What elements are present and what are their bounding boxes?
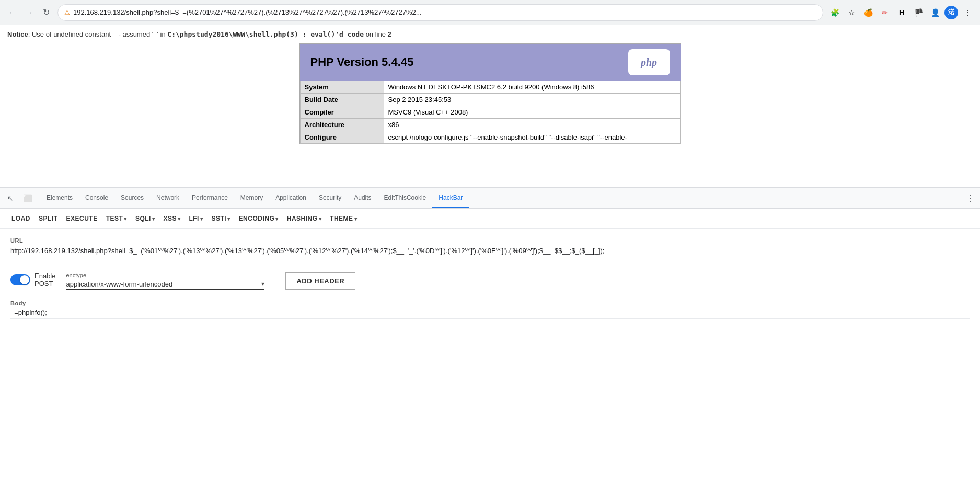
table-cell-label: Architecture (300, 119, 384, 131)
devtools-tab-security[interactable]: Security (313, 188, 348, 208)
phpinfo-box: PHP Version 5.4.45 php SystemWindows NT … (299, 43, 681, 144)
enctype-label: enctype (66, 272, 264, 278)
table-row: Configurecscript /nologo configure.js "-… (300, 131, 680, 144)
php-version: PHP Version 5.4.45 (310, 55, 414, 69)
reload-button[interactable]: ↻ (39, 5, 53, 20)
hackbar-test-button[interactable]: TEST▾ (103, 213, 130, 224)
hackbar-sqli-button[interactable]: SQLI▾ (132, 213, 158, 224)
devtools-tab-console[interactable]: Console (79, 188, 114, 208)
inspect-element-button[interactable]: ↖ (2, 188, 19, 208)
table-row: CompilerMSVC9 (Visual C++ 2008) (300, 106, 680, 119)
chevron-down-icon: ▾ (152, 216, 155, 222)
hackbar-theme-button[interactable]: THEME▾ (327, 213, 360, 224)
phpinfo-table: SystemWindows NT DESKTOP-PKTSMC2 6.2 bui… (300, 81, 681, 144)
hackbar-xss-button[interactable]: XSS▾ (160, 213, 183, 224)
notice-end: on line (366, 30, 386, 38)
hackbar-ssti-button[interactable]: SSTI▾ (208, 213, 233, 224)
edit-icon: ✏ (878, 5, 892, 20)
enctype-select[interactable]: application/x-www-form-urlencodedmultipa… (66, 280, 261, 288)
php-logo: php (628, 49, 670, 75)
devtools-tab-hackbar[interactable]: HackBar (432, 188, 469, 208)
toolbar-separator (38, 191, 38, 205)
devtools-tab-editthiscookie[interactable]: EditThisCookie (378, 188, 433, 208)
browser-chrome: ← → ↻ ⚠ 192.168.219.132/shell.php?shell=… (0, 0, 980, 25)
table-row: SystemWindows NT DESKTOP-PKTSMC2 6.2 bui… (300, 81, 680, 94)
security-icon: ⚠ (64, 9, 70, 16)
hackbar-content: LOADSPLITEXECUTETEST▾SQLI▾XSS▾LFI▾SSTI▾E… (0, 209, 980, 502)
table-cell-label: Build Date (300, 94, 384, 106)
address-bar[interactable]: ⚠ 192.168.219.132/shell.php?shell=$_=(%2… (57, 4, 823, 21)
table-cell-label: Compiler (300, 106, 384, 119)
table-row: Architecturex86 (300, 119, 680, 131)
toggle-group: Enable POST (10, 272, 55, 288)
chevron-down-icon: ▾ (200, 216, 203, 222)
url-label: URL (10, 237, 970, 244)
enctype-group: enctype application/x-www-form-urlencode… (66, 272, 264, 290)
devtools-tab-network[interactable]: Network (150, 188, 186, 208)
notice-path: C:\phpstudy2016\WWW\shell.php(3) : eval(… (167, 30, 364, 38)
chevron-down-icon: ▾ (354, 216, 358, 222)
enable-post-toggle[interactable] (10, 274, 30, 285)
devtools-tab-sources[interactable]: Sources (114, 188, 150, 208)
devtools-panel: ↖ ⬜ ElementsConsoleSourcesNetworkPerform… (0, 187, 980, 502)
enctype-chevron-icon: ▾ (261, 280, 264, 288)
post-section: Enable POST enctype application/x-www-fo… (10, 272, 970, 290)
devtools-more-button[interactable]: ⋮ (963, 188, 978, 208)
back-button[interactable]: ← (5, 5, 20, 20)
chevron-down-icon: ▾ (227, 216, 230, 222)
emoji-icon: 🍊 (861, 5, 875, 20)
chevron-down-icon: ▾ (124, 216, 127, 222)
hackbar-execute-button[interactable]: EXECUTE (63, 213, 101, 224)
hackbar-body: URL http://192.168.219.132/shell.php?she… (0, 229, 980, 327)
devtools-tab-elements[interactable]: Elements (40, 188, 79, 208)
notice-text: : Use of undefined constant _ - assumed … (28, 30, 166, 38)
devtools-tab-performance[interactable]: Performance (186, 188, 234, 208)
devtools-tabs: ElementsConsoleSourcesNetworkPerformance… (40, 188, 469, 208)
enctype-select-wrapper: application/x-www-form-urlencodedmultipa… (66, 280, 264, 290)
forward-button[interactable]: → (22, 5, 37, 20)
hackbar-hashing-button[interactable]: HASHING▾ (284, 213, 325, 224)
notice-bar: Notice: Use of undefined constant _ - as… (7, 30, 973, 38)
bookmark-button[interactable]: ☆ (844, 5, 859, 20)
url-value: http://192.168.219.132/shell.php?shell=$… (10, 246, 970, 256)
chevron-down-icon: ▾ (275, 216, 279, 222)
devtools-tab-application[interactable]: Application (269, 188, 313, 208)
devtools-tab-audits[interactable]: Audits (348, 188, 377, 208)
chevron-down-icon: ▾ (178, 216, 181, 222)
table-cell-value: Sep 2 2015 23:45:53 (384, 94, 680, 106)
ghost-icon: 👤 (928, 5, 942, 20)
table-cell-value: Windows NT DESKTOP-PKTSMC2 6.2 build 920… (384, 81, 680, 94)
toolbar-icons: 🧩 ☆ 🍊 ✏ H 🏴 👤 渃 ⋮ (827, 5, 975, 20)
table-row: Build DateSep 2 2015 23:45:53 (300, 94, 680, 106)
table-cell-value: MSVC9 (Visual C++ 2008) (384, 106, 680, 119)
table-cell-label: Configure (300, 131, 384, 144)
extensions-button[interactable]: 🧩 (827, 5, 842, 20)
hackbar-load-button[interactable]: LOAD (8, 213, 33, 224)
table-cell-value: x86 (384, 119, 680, 131)
notice-line: 2 (388, 30, 391, 38)
devtools-tab-memory[interactable]: Memory (234, 188, 269, 208)
hackbar-lfi-button[interactable]: LFI▾ (186, 213, 206, 224)
devtools-toolbar: ↖ ⬜ ElementsConsoleSourcesNetworkPerform… (0, 188, 980, 209)
flag-icon: 🏴 (911, 5, 926, 20)
hackbar-split-button[interactable]: SPLIT (36, 213, 61, 224)
body-section: Body _=phpinfo(); (10, 300, 970, 319)
table-cell-value: cscript /nologo configure.js "--enable-s… (384, 131, 680, 144)
more-options-button[interactable]: ⋮ (960, 5, 975, 20)
h-icon: H (894, 5, 909, 20)
add-header-button[interactable]: ADD HEADER (285, 272, 355, 290)
device-toggle-button[interactable]: ⬜ (19, 188, 36, 208)
phpinfo-header: PHP Version 5.4.45 php (300, 44, 681, 81)
table-cell-label: System (300, 81, 384, 94)
toggle-label: Enable POST (34, 272, 55, 288)
chevron-down-icon: ▾ (319, 216, 322, 222)
notice-label: Notice (7, 30, 28, 38)
hackbar-toolbar: LOADSPLITEXECUTETEST▾SQLI▾XSS▾LFI▾SSTI▾E… (0, 209, 980, 229)
body-label: Body (10, 300, 970, 306)
hackbar-encoding-button[interactable]: ENCODING▾ (236, 213, 282, 224)
nav-buttons: ← → ↻ (5, 5, 53, 20)
page-content: Notice: Use of undefined constant _ - as… (0, 25, 980, 187)
avatar[interactable]: 渃 (944, 6, 958, 19)
body-value: _=phpinfo(); (10, 308, 970, 319)
address-text: 192.168.219.132/shell.php?shell=$_=(%270… (73, 8, 816, 16)
